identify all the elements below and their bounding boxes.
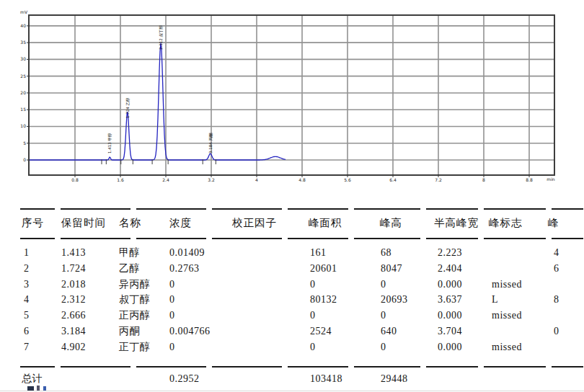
- column-header: 名称: [119, 217, 141, 228]
- table-rule-segment: [20, 238, 55, 239]
- table-cell: 0: [169, 279, 175, 290]
- total-cell: 103418: [310, 373, 342, 385]
- x-tick-label: 5.6: [344, 177, 351, 182]
- y-tick-label: 30: [20, 56, 26, 61]
- table-cell: 0.000: [438, 310, 462, 321]
- table-rule-segment: [61, 238, 130, 239]
- table-cell: 0.004766: [169, 326, 211, 337]
- x-tick-label: 2.4: [162, 177, 169, 182]
- column-header: 峰: [548, 217, 559, 228]
- peak-label: 1.724 乙醇: [125, 97, 130, 118]
- peak-label: 1.413 甲醇: [107, 133, 112, 153]
- table-rule-segment: [20, 208, 55, 210]
- table-cell: 0.2763: [169, 263, 200, 275]
- table-cell: 4: [24, 294, 30, 306]
- table-cell: 8: [554, 294, 559, 306]
- y-tick-label: 15: [20, 107, 26, 112]
- table-cell: 2.018: [61, 279, 86, 290]
- table-cell: 3: [24, 279, 30, 290]
- table-cell: 161: [310, 247, 327, 259]
- x-tick-label: 1.6: [117, 177, 124, 182]
- x-tick-label: 4: [255, 177, 258, 182]
- table-cell: 68: [381, 247, 391, 259]
- table-cell: 甲醇: [119, 247, 140, 259]
- column-header: 浓度: [169, 217, 192, 228]
- table-cell: 0.000: [438, 342, 462, 353]
- x-tick-label: 8: [482, 177, 485, 182]
- column-header: 峰面积: [309, 217, 342, 228]
- table-cell: 1.724: [61, 263, 86, 275]
- table-cell: 3.704: [438, 326, 462, 337]
- column-header: 峰高: [380, 217, 402, 228]
- x-tick-label: 8.8: [526, 177, 533, 182]
- table-cell: 2524: [310, 326, 332, 337]
- table-rule-segment: [136, 238, 206, 239]
- table-rule-segment: [61, 366, 130, 368]
- table-rule-segment: [484, 366, 546, 368]
- table-cell: missed: [492, 342, 522, 353]
- chromatogram-canvas: 0.81.62.43.244.85.66.47.288.805101520253…: [0, 0, 584, 189]
- table-rule-segment: [552, 366, 583, 368]
- table-rule-segment: [288, 238, 348, 239]
- table-cell: 异丙醇: [119, 279, 151, 290]
- table-rule-segment: [20, 366, 55, 368]
- table-cell: 0: [310, 310, 316, 321]
- x-tick-label: 3.2: [208, 177, 215, 182]
- table-cell: 2.404: [438, 263, 462, 275]
- column-header: 保留时间: [61, 217, 106, 228]
- table-cell: 2: [24, 263, 30, 275]
- table-cell: 乙醇: [119, 263, 140, 275]
- y-tick-label: 0: [23, 157, 26, 162]
- table-cell: 0: [310, 342, 316, 353]
- table-cell: 0: [554, 326, 559, 337]
- column-header: 峰标志: [489, 217, 523, 228]
- table-cell: 4.902: [61, 342, 86, 353]
- table-rule-segment: [212, 366, 282, 368]
- table-cell: 6: [554, 263, 559, 275]
- x-tick-label: 7.2: [435, 177, 442, 182]
- table-cell: 7: [24, 342, 30, 353]
- table-cell: 8047: [381, 263, 402, 275]
- y-tick-label: 10: [20, 123, 26, 128]
- total-cell: 29448: [381, 373, 408, 385]
- table-rule-segment: [354, 366, 420, 368]
- table-rule-segment: [484, 208, 546, 210]
- table-cell: 3.637: [438, 294, 462, 306]
- table-cell: 0: [169, 310, 175, 321]
- table-cell: 丙酮: [119, 326, 140, 337]
- peak-label: 3.184 丙酮: [208, 133, 213, 153]
- table-rule-segment: [136, 208, 206, 210]
- table-cell: 1.413: [61, 247, 86, 259]
- table-cell: 20693: [381, 294, 408, 306]
- table-cell: 2.223: [438, 247, 462, 259]
- table-cell: 3.184: [61, 326, 86, 337]
- y-tick-label: 20: [20, 90, 26, 95]
- table-rule-segment: [426, 238, 478, 239]
- table-cell: missed: [492, 279, 522, 290]
- table-cell: 4: [554, 247, 559, 259]
- table-rule-segment: [552, 208, 583, 210]
- x-axis-unit-label: min: [544, 177, 558, 182]
- y-axis-unit-label: mV: [17, 10, 27, 14]
- y-tick-label: 25: [20, 74, 26, 79]
- table-rule-segment: [136, 366, 206, 368]
- table-cell: 0.01409: [169, 247, 205, 259]
- table-cell: 640: [381, 326, 397, 337]
- table-rule-segment: [552, 238, 583, 239]
- table-rule-segment: [212, 208, 282, 210]
- table-cell: 叔丁醇: [119, 294, 151, 306]
- table-rule-segment: [61, 208, 130, 210]
- table-rule-segment: [288, 208, 348, 210]
- table-cell: 正丁醇: [119, 342, 151, 353]
- table-cell: 80132: [310, 294, 337, 306]
- bottom-edge-line: [0, 391, 584, 391]
- table-cell: 20601: [310, 263, 337, 275]
- table-rule-segment: [354, 208, 420, 210]
- table-cell: L: [492, 294, 498, 306]
- chromatogram-plot[interactable]: 0.81.62.43.244.85.66.47.288.805101520253…: [0, 0, 584, 189]
- x-tick-label: 6.4: [389, 177, 397, 182]
- total-cell: 总计: [22, 373, 43, 385]
- table-cell: 0: [169, 342, 175, 353]
- table-cell: 5: [24, 310, 30, 321]
- column-header: 校正因子: [232, 217, 277, 228]
